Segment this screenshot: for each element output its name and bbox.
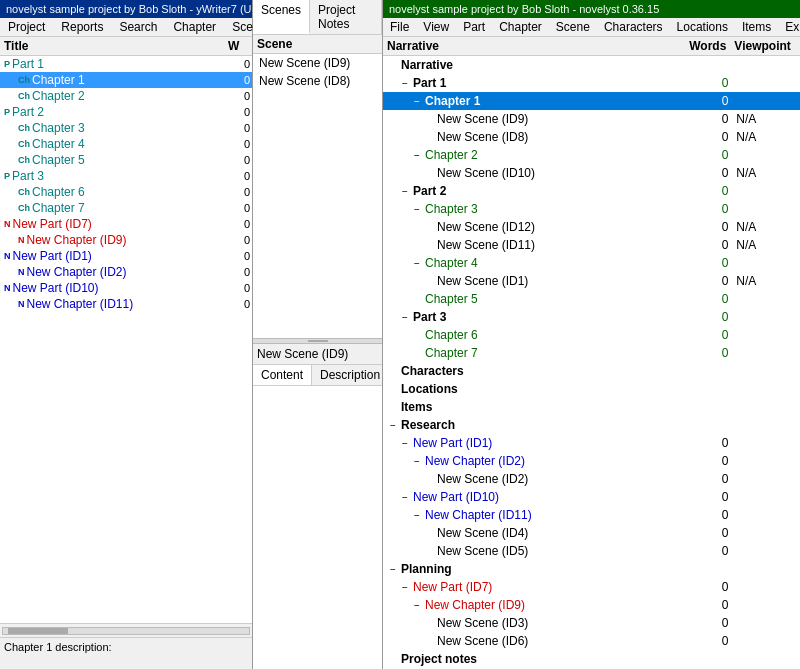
right-tree-item[interactable]: −Chapter 40 xyxy=(383,254,800,272)
expand-icon[interactable]: − xyxy=(399,312,411,323)
tab-scenes[interactable]: Scenes xyxy=(253,0,310,34)
left-tree-item[interactable]: PPart 20 xyxy=(0,104,252,120)
scene-list-item[interactable]: New Scene (ID9) xyxy=(253,54,382,72)
left-tree-item[interactable]: ChChapter 10 xyxy=(0,72,252,88)
menu-search[interactable]: Search xyxy=(111,18,165,36)
right-tree-label: New Chapter (ID11) xyxy=(425,508,676,522)
expand-icon[interactable]: − xyxy=(399,78,411,89)
right-tree-item[interactable]: −New Chapter (ID11)0 xyxy=(383,506,800,524)
menu-chapter[interactable]: Chapter xyxy=(492,18,549,36)
right-tree-item[interactable]: Locations xyxy=(383,380,800,398)
menu-export[interactable]: Export xyxy=(778,18,800,36)
right-tree-item[interactable]: Chapter 60 xyxy=(383,326,800,344)
expand-icon[interactable]: − xyxy=(399,186,411,197)
right-tree-words: 0 xyxy=(676,94,736,108)
expand-icon[interactable]: − xyxy=(411,456,423,467)
right-tree-item[interactable]: −New Chapter (ID2)0 xyxy=(383,452,800,470)
left-scrollbar[interactable] xyxy=(0,623,252,637)
expand-icon[interactable]: − xyxy=(411,258,423,269)
right-tree-item[interactable]: Items xyxy=(383,398,800,416)
left-tree-item[interactable]: NNew Chapter (ID9)0 xyxy=(0,232,252,248)
right-tree-item[interactable]: −New Part (ID10)0 xyxy=(383,488,800,506)
menu-reports[interactable]: Reports xyxy=(53,18,111,36)
left-tree-item[interactable]: PPart 10 xyxy=(0,56,252,72)
middle-tabs: Scenes Project Notes xyxy=(253,0,382,35)
left-tree-item[interactable]: NNew Part (ID7)0 xyxy=(0,216,252,232)
middle-content-tabs: Content Description xyxy=(253,365,382,386)
menu-project[interactable]: Project xyxy=(0,18,53,36)
right-tree-item[interactable]: New Scene (ID12)0N/ADraft xyxy=(383,218,800,236)
expand-icon[interactable]: − xyxy=(399,438,411,449)
right-tree-item[interactable]: New Scene (ID8)0N/ADraft xyxy=(383,128,800,146)
tree-item-count: 0 xyxy=(230,122,250,134)
right-tree-item[interactable]: −Part 10 xyxy=(383,74,800,92)
right-tree-item[interactable]: −New Part (ID1)0 xyxy=(383,434,800,452)
expand-icon[interactable]: − xyxy=(411,96,423,107)
right-tree-item[interactable]: −Chapter 10 xyxy=(383,92,800,110)
tab-project-notes[interactable]: Project Notes xyxy=(310,0,382,34)
left-tree-item[interactable]: ChChapter 20 xyxy=(0,88,252,104)
menu-locations[interactable]: Locations xyxy=(670,18,735,36)
right-tree-item[interactable]: New Scene (ID3)0 xyxy=(383,614,800,632)
tab-content[interactable]: Content xyxy=(253,365,312,385)
left-tree-item[interactable]: NNew Chapter (ID11)0 xyxy=(0,296,252,312)
right-tree-item[interactable]: New Scene (ID9)0N/ADraft xyxy=(383,110,800,128)
right-tree-item[interactable]: Chapter 50 xyxy=(383,290,800,308)
right-tree-item[interactable]: −Chapter 20 xyxy=(383,146,800,164)
tree-item-icon: Ch xyxy=(18,203,30,213)
expand-icon[interactable]: − xyxy=(387,564,399,575)
right-tree-item[interactable]: −Part 20 xyxy=(383,182,800,200)
tree-item-label: Chapter 3 xyxy=(32,121,230,135)
scrollbar-track[interactable] xyxy=(2,627,250,635)
right-tree-item[interactable]: −Planning xyxy=(383,560,800,578)
right-tree-item[interactable]: New Scene (ID2)0 xyxy=(383,470,800,488)
right-tree-item[interactable]: Characters xyxy=(383,362,800,380)
right-tree-item[interactable]: −Part 30 xyxy=(383,308,800,326)
menu-view[interactable]: View xyxy=(416,18,456,36)
expand-icon[interactable]: − xyxy=(411,204,423,215)
right-tree-item[interactable]: −Research xyxy=(383,416,800,434)
tab-description[interactable]: Description xyxy=(312,365,389,385)
left-desc: Chapter 1 description: xyxy=(0,637,252,669)
left-tree-item[interactable]: PPart 30 xyxy=(0,168,252,184)
right-tree-item[interactable]: New Scene (ID4)0 xyxy=(383,524,800,542)
right-tree-item[interactable]: −Chapter 30 xyxy=(383,200,800,218)
right-tree-item[interactable]: New Scene (ID5)0 xyxy=(383,542,800,560)
right-tree-item[interactable]: Chapter 70 xyxy=(383,344,800,362)
tree-item-label: Chapter 7 xyxy=(32,201,230,215)
menu-part[interactable]: Part xyxy=(456,18,492,36)
expand-icon[interactable]: − xyxy=(399,492,411,503)
right-tree-item[interactable]: Narrative xyxy=(383,56,800,74)
left-tree-item[interactable]: ChChapter 60 xyxy=(0,184,252,200)
menu-chapter[interactable]: Chapter xyxy=(165,18,224,36)
expand-icon[interactable]: − xyxy=(411,600,423,611)
menu-scene[interactable]: Scene xyxy=(549,18,597,36)
right-tree-item[interactable]: Project notes xyxy=(383,650,800,668)
right-tree-item[interactable]: −New Part (ID7)0 xyxy=(383,578,800,596)
right-tree-viewpoint: N/A xyxy=(736,220,800,234)
menu-file[interactable]: File xyxy=(383,18,416,36)
right-tree-words: 0 xyxy=(676,202,736,216)
menu-characters[interactable]: Characters xyxy=(597,18,670,36)
tree-item-icon: N xyxy=(18,267,25,277)
right-tree-item[interactable]: New Scene (ID6)0 xyxy=(383,632,800,650)
left-tree-item[interactable]: ChChapter 70 xyxy=(0,200,252,216)
scene-list-item[interactable]: New Scene (ID8) xyxy=(253,72,382,90)
left-tree: PPart 10ChChapter 10ChChapter 20PPart 20… xyxy=(0,56,252,623)
left-tree-item[interactable]: ChChapter 50 xyxy=(0,152,252,168)
left-tree-item[interactable]: NNew Part (ID10)0 xyxy=(0,280,252,296)
left-tree-item[interactable]: ChChapter 30 xyxy=(0,120,252,136)
right-tree-item[interactable]: New Scene (ID1)0N/ADraft xyxy=(383,272,800,290)
left-tree-item[interactable]: ChChapter 40 xyxy=(0,136,252,152)
scrollbar-thumb[interactable] xyxy=(8,628,68,634)
expand-icon[interactable]: − xyxy=(411,510,423,521)
menu-items[interactable]: Items xyxy=(735,18,778,36)
expand-icon[interactable]: − xyxy=(387,420,399,431)
expand-icon[interactable]: − xyxy=(411,150,423,161)
left-tree-item[interactable]: NNew Part (ID1)0 xyxy=(0,248,252,264)
right-tree-item[interactable]: −New Chapter (ID9)0 xyxy=(383,596,800,614)
left-tree-item[interactable]: NNew Chapter (ID2)0 xyxy=(0,264,252,280)
right-tree-item[interactable]: New Scene (ID11)0N/ADraft xyxy=(383,236,800,254)
right-tree-item[interactable]: New Scene (ID10)0N/ADraft xyxy=(383,164,800,182)
expand-icon[interactable]: − xyxy=(399,582,411,593)
